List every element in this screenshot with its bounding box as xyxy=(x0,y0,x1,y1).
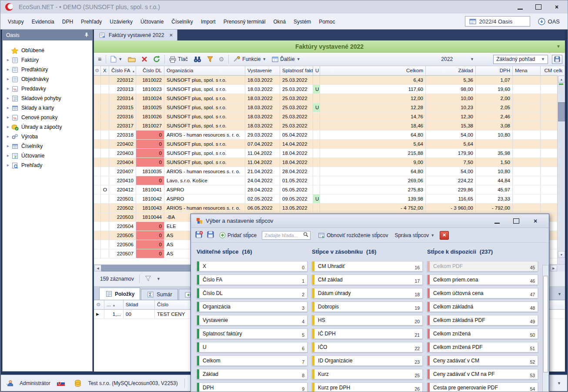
settings-gear-button[interactable]: ⚙ xyxy=(217,55,226,64)
table-row[interactable]: 2205021810043ARIOS - human resources s. … xyxy=(94,204,565,213)
filter-button[interactable] xyxy=(206,55,214,63)
column-item-vystavenie[interactable]: Vystavenie4 xyxy=(197,315,307,325)
column-header-celkom[interactable]: Celkom xyxy=(320,66,426,75)
sidebar-item-preddavky[interactable]: ▶%Preddavky xyxy=(3,84,92,94)
column-header-splatnost-faktury[interactable]: Splatnosť faktúry xyxy=(280,66,313,75)
expander-icon[interactable]: ▶ xyxy=(5,97,11,100)
menu-item-okna[interactable]: Okná xyxy=(269,17,290,27)
tab-close-icon[interactable]: × xyxy=(169,32,173,38)
filter-footer-icon[interactable] xyxy=(145,275,151,283)
dialog-list-scrollbar[interactable] xyxy=(542,265,549,392)
column-item-celkom[interactable]: Celkom7 xyxy=(197,355,307,366)
column-header-organizacia[interactable]: Organizácia xyxy=(164,66,245,75)
column-item-celkom-priem-cena[interactable]: Celkom priem.cena46 xyxy=(427,275,538,285)
menu-item-uzavierky[interactable]: Uzávierky xyxy=(106,17,137,27)
detail-tab-sumar[interactable]: ΣSumár xyxy=(141,289,177,300)
menu-item-system[interactable]: Systém xyxy=(290,17,315,27)
vertical-scroll-thumb[interactable] xyxy=(558,102,565,121)
menu-item-prenosny-terminal[interactable]: Prenosný terminál xyxy=(220,17,270,27)
expander-icon[interactable]: ▶ xyxy=(5,68,11,71)
expander-icon[interactable]: ▶ xyxy=(5,116,11,119)
menu-item-import[interactable]: Import xyxy=(197,17,220,27)
column-item-hs[interactable]: HS20 xyxy=(312,315,423,325)
scroll-down-icon[interactable]: ▼ xyxy=(558,251,565,258)
expander-icon[interactable]: ▶ xyxy=(5,58,11,62)
sidebar-item-sklady-a-karty[interactable]: ▶Sklady a karty xyxy=(3,103,92,113)
column-header-cislo-fa[interactable]: Číslo FA▲ xyxy=(109,66,136,75)
column-item-celkom-znizena-pdf[interactable]: Celkom znížená PDF51 xyxy=(427,342,538,352)
search-button[interactable] xyxy=(192,55,203,64)
view-title-dropdown-icon[interactable]: ▼ xyxy=(556,44,561,49)
expander-icon[interactable]: ▶ xyxy=(5,154,11,157)
menu-item-ciselniky[interactable]: Číselníky xyxy=(167,17,197,27)
table-row[interactable]: 2203141810024SUNSOFT plus, spol. s r.o.1… xyxy=(94,94,565,103)
expander-icon[interactable]: ▶ xyxy=(5,164,11,167)
dialog-cancel-button[interactable]: ✕ xyxy=(440,231,449,240)
scroll-right-icon[interactable]: ▶ xyxy=(550,265,557,271)
column-item-u[interactable]: U6 xyxy=(197,342,307,352)
column-item-x[interactable]: X0 xyxy=(197,261,307,271)
table-row[interactable]: 2204040SUNSOFT plus, spol. s r.o.11.04.2… xyxy=(94,158,565,167)
menu-item-pomoc[interactable]: Pomoc xyxy=(315,17,339,27)
sidebar-item-oblubene[interactable]: Obľúbené xyxy=(3,46,92,55)
column-item-ico[interactable]: IČO22 xyxy=(312,342,423,352)
column-item-ceny-zadavat-v-cm-na-pf[interactable]: Ceny zadávať v CM na PF53 xyxy=(427,369,538,379)
column-item-ceny-zadavat-v-cm[interactable]: Ceny zadávať v CM52 xyxy=(427,355,538,366)
expander-icon[interactable]: ▶ xyxy=(5,135,11,138)
column-header-dph[interactable]: DPH xyxy=(476,66,513,75)
dialog-title-bar[interactable]: Výber a nastavenie stĺpcov × xyxy=(191,214,549,228)
oas-button[interactable]: OAS xyxy=(538,18,560,25)
column-header-vystavenie[interactable]: Vystavenie xyxy=(245,66,280,75)
sidebar-item-uctovanie[interactable]: ▶#Účtovanie xyxy=(3,151,92,161)
column-header-mena[interactable]: Mena xyxy=(513,66,541,75)
column-item-splatnost-faktury[interactable]: Splatnosť faktúry5 xyxy=(197,328,307,339)
column-item-kurz-pre-dph[interactable]: Kurz pre DPH26 xyxy=(312,382,423,392)
period-selector[interactable]: 2022/4 Oasis xyxy=(465,16,530,27)
sidebar-item-predfaktury[interactable]: ▶Predfaktúry xyxy=(3,65,92,74)
expander-icon[interactable]: ▶ xyxy=(5,125,11,129)
scroll-up-icon[interactable]: ▲ xyxy=(558,76,565,83)
sidebar-item-ciselniky[interactable]: ▶Číselníky xyxy=(3,141,92,151)
table-row[interactable]: 2203131810023SUNSOFT plus, spol. s r.o.1… xyxy=(94,85,565,94)
expander-icon[interactable]: ▶ xyxy=(5,106,11,110)
functions-button[interactable]: Funkcie ▼ xyxy=(232,55,267,63)
refresh-button[interactable] xyxy=(152,55,161,64)
column-header-cm-celk[interactable]: CM celk xyxy=(541,66,565,75)
table-row[interactable]: 2203171810027SUNSOFT plus, spol. s r.o.1… xyxy=(94,121,565,131)
tab-faktury-vystavene[interactable]: Faktúry vystavené 2022 × xyxy=(94,30,177,40)
view-selector[interactable]: Základný pohľad ▼ xyxy=(493,55,548,64)
table-row[interactable]: 2204030SUNSOFT plus, spol. s r.o.11.04.2… xyxy=(94,149,565,158)
pin-icon[interactable] xyxy=(84,32,89,39)
table-row[interactable]: 2204100Lavo, s.r.o. Košice24.04.202201.0… xyxy=(94,176,565,185)
detail-tab-polozky[interactable]: Položky xyxy=(99,288,140,300)
column-item-celkom-uctovna-cena[interactable]: Celkom účtovná cena47 xyxy=(427,288,538,298)
column-item-celkom-znizena[interactable]: Celkom znížená50 xyxy=(427,328,538,339)
column-item-cm-uhradit[interactable]: CM Uhradiť16 xyxy=(312,261,423,271)
vertical-scrollbar[interactable]: ▲ ▼ xyxy=(557,75,565,264)
column-item-dobropis[interactable]: Dobropis19 xyxy=(312,302,423,312)
sidebar-item-skladove-pohyby[interactable]: ▶Skladové pohyby xyxy=(3,94,92,103)
table-row[interactable]: 2203180ARIOS - human resources s. r. o.2… xyxy=(94,131,565,140)
menu-item-uctovanie[interactable]: Účtovanie xyxy=(137,17,167,27)
table-row[interactable]: 2203151810025SUNSOFT plus, spol. s r.o.1… xyxy=(94,103,565,112)
maximize-button[interactable] xyxy=(535,4,541,10)
reset-layout-button[interactable]: Obnoviť rozloženie stĺpcov xyxy=(317,231,389,239)
table-row[interactable]: 2205011810042ASPRO02.05.202209.05.2022U1… xyxy=(94,194,565,204)
column-item-zaklad[interactable]: Základ8 xyxy=(197,369,307,379)
expander-icon[interactable]: ▶ xyxy=(5,144,11,148)
column-item-id-organizacie[interactable]: ID Organizácie23 xyxy=(312,355,423,366)
column-item-celkom-pdf[interactable]: Celkom PDF45 xyxy=(427,261,538,271)
save-button[interactable] xyxy=(207,231,214,239)
column-item-dph[interactable]: DPH9 xyxy=(197,382,307,392)
sidebar-item-faktury[interactable]: ▶Faktúry xyxy=(3,55,92,65)
expander-icon[interactable]: ▶ xyxy=(5,87,11,90)
save-view-button[interactable] xyxy=(552,55,562,64)
column-item-organizacia[interactable]: Organizácia3 xyxy=(197,302,307,312)
column-settings-gear-icon[interactable]: ⚙ xyxy=(94,66,101,75)
open-record-button[interactable] xyxy=(127,55,137,63)
column-item-cm-zaklad[interactable]: CM základ17 xyxy=(312,275,423,285)
sidebar-item-prehlady[interactable]: ▶Prehľady xyxy=(3,161,92,170)
column-item-kurz[interactable]: Kurz25 xyxy=(312,369,423,379)
column-header-cislo-dl[interactable]: Číslo DL xyxy=(136,66,164,75)
year-selector[interactable]: 2022 ▼ xyxy=(425,56,490,62)
